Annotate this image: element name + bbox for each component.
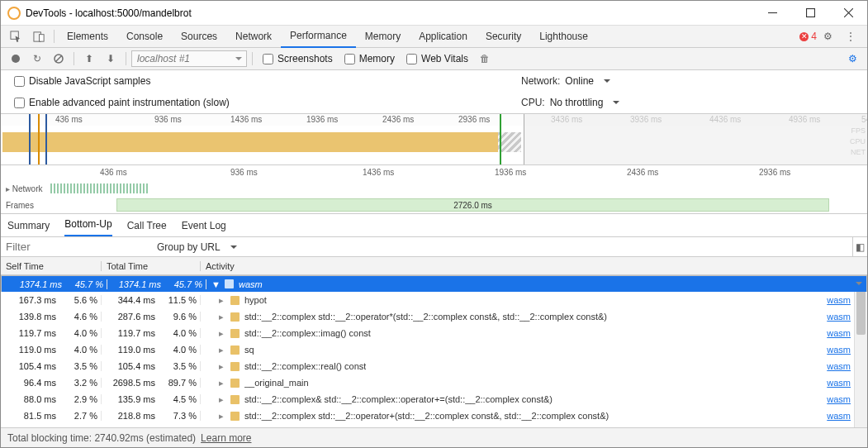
table-row[interactable]: 119.0 ms4.0 %119.0 ms4.0 %▸sqwasm [1,341,867,358]
group-by-select[interactable]: Group by URL [150,241,266,253]
expand-toggle-icon[interactable]: ▸ [217,328,225,339]
capture-settings-gear-icon[interactable]: ⚙ [842,49,862,69]
frame-block[interactable]: 2726.0 ms [116,198,829,212]
save-profile-button[interactable]: ⬇ [101,49,121,69]
delete-profile-button[interactable]: 🗑 [475,49,495,69]
tab-console[interactable]: Console [117,26,172,48]
expand-toggle-icon[interactable]: ▸ [217,295,225,306]
webvitals-checkbox[interactable]: Web Vitals [406,53,468,64]
analysis-tab-event-log[interactable]: Event Log [182,215,226,236]
tab-performance[interactable]: Performance [281,26,356,48]
timeline-overview[interactable]: 436 ms936 ms1436 ms1936 ms2436 ms2936 ms… [1,114,867,165]
table-row[interactable]: 81.5 ms2.7 %218.8 ms7.3 %▸std::__2::comp… [1,407,867,424]
activity-name: std::__2::complex::imag() const [244,328,371,338]
col-total-time[interactable]: Total Time [102,261,201,271]
activity-name: wasm [239,279,263,289]
settings-gear-icon[interactable]: ⚙ [817,31,839,42]
activity-name: hypot [244,295,267,305]
col-activity[interactable]: Activity [201,261,867,271]
window-maximize-button[interactable] [791,1,829,26]
profile-selector[interactable]: localhost #1 [131,50,247,67]
advanced-paint-checkbox[interactable]: Enable advanced paint instrumentation (s… [14,97,230,108]
col-self-time[interactable]: Self Time [1,261,102,271]
tick: 1436 ms [230,115,262,124]
category-color-icon [230,312,240,322]
frames-track-row[interactable]: Frames 2726.0 ms [1,197,867,213]
tick: 936 ms [230,168,258,177]
activity-name: std::__2::complex::real() const [244,361,366,371]
memory-checkbox[interactable]: Memory [344,53,395,64]
tick: 1936 ms [306,115,338,124]
tab-elements[interactable]: Elements [58,26,117,48]
activity-name: std::__2::complex std::__2::operator*(st… [244,312,607,322]
expand-toggle-icon[interactable]: ▸ [217,394,225,405]
cpu-throttle-select[interactable]: No throttling [550,97,620,108]
more-menu-icon[interactable]: ⋮ [839,31,862,42]
network-track-row[interactable]: Network [1,180,867,197]
tab-application[interactable]: Application [410,26,477,48]
expand-toggle-icon[interactable]: ▸ [217,378,225,388]
device-toolbar-icon[interactable] [27,31,50,43]
table-row[interactable]: 119.7 ms4.0 %119.7 ms4.0 %▸std::__2::com… [1,325,867,341]
screenshots-checkbox[interactable]: Screenshots [263,53,333,64]
analysis-tab-summary[interactable]: Summary [7,215,50,236]
expand-toggle-icon[interactable]: ▼ [211,279,220,289]
capture-settings-panel: Disable JavaScript samples Network:Onlin… [1,70,867,114]
analysis-tab-bottom-up[interactable]: Bottom-Up [64,213,111,236]
table-row[interactable]: 105.4 ms3.5 %105.4 ms3.5 %▸std::__2::com… [1,358,867,374]
tab-network[interactable]: Network [226,26,281,48]
analysis-tabstrip: SummaryBottom-UpCall TreeEvent Log [1,214,867,237]
tab-memory[interactable]: Memory [356,26,410,48]
cpu-label: CPU: [521,97,545,108]
table-row[interactable]: 139.8 ms4.6 %287.6 ms9.6 %▸std::__2::com… [1,308,867,325]
category-color-icon [230,412,240,421]
tick: 436 ms [100,168,127,177]
tab-lighthouse[interactable]: Lighthouse [530,26,597,48]
toggle-sidebar-icon[interactable]: ◧ [852,237,867,257]
inspect-element-icon[interactable] [4,31,27,43]
category-color-icon [230,346,240,355]
category-color-icon [230,379,240,388]
reload-record-button[interactable]: ↻ [27,49,47,69]
window-title: DevTools - localhost:5000/mandelbrot [26,7,753,19]
tick: 2436 ms [627,168,658,177]
table-row[interactable]: 88.0 ms2.9 %135.9 ms4.5 %▸std::__2::comp… [1,391,867,407]
tick: 2936 ms [759,168,790,177]
devtools-app-icon [7,7,21,20]
table-row[interactable]: 96.4 ms3.2 %2698.5 ms89.7 %▸__original_m… [1,374,867,391]
window-close-button[interactable] [829,1,867,26]
category-color-icon [230,329,240,338]
bottom-up-table-header: Self Time Total Time Activity [1,257,867,275]
window-titlebar: DevTools - localhost:5000/mandelbrot [1,1,867,26]
category-color-icon [230,362,240,371]
devtools-tabstrip: ElementsConsoleSourcesNetworkPerformance… [1,26,867,48]
tick: 936 ms [154,115,182,124]
window-minimize-button[interactable] [753,1,791,26]
disable-js-samples-checkbox[interactable]: Disable JavaScript samples [14,75,150,87]
activity-name: __original_main [244,378,309,388]
svg-point-4 [12,55,20,63]
network-throttle-select[interactable]: Online [565,75,610,87]
expand-toggle-icon[interactable]: ▸ [217,312,225,322]
analysis-tab-call-tree[interactable]: Call Tree [127,215,167,236]
expand-toggle-icon[interactable]: ▸ [217,361,225,372]
table-row[interactable]: 167.3 ms5.6 %344.4 ms11.5 %▸hypotwasm [1,292,867,308]
learn-more-link[interactable]: Learn more [201,432,251,444]
activity-name: sq [244,345,254,355]
expand-toggle-icon[interactable]: ▸ [217,411,225,422]
record-button[interactable] [6,49,26,69]
tick: 2436 ms [382,115,414,124]
tab-sources[interactable]: Sources [172,26,226,48]
performance-toolbar: ↻ ⬆ ⬇ localhost #1 Screenshots Memory We… [1,48,867,70]
tick: 436 ms [55,115,83,124]
error-count-badge[interactable]: ✕4 [799,31,817,42]
expand-toggle-icon[interactable]: ▸ [217,345,225,355]
load-profile-button[interactable]: ⬆ [79,49,99,69]
timeline-detail[interactable]: 436 ms936 ms1436 ms1936 ms2436 ms2936 ms… [1,165,867,214]
scrollbar[interactable] [854,275,867,427]
tab-security[interactable]: Security [477,26,530,48]
filter-input[interactable] [1,238,150,256]
activity-name: std::__2::complex std::__2::operator+(st… [244,411,609,421]
table-row[interactable]: 1374.1 ms45.7 %1374.1 ms45.7 %▼wasm [1,275,867,292]
clear-button[interactable] [49,49,69,69]
